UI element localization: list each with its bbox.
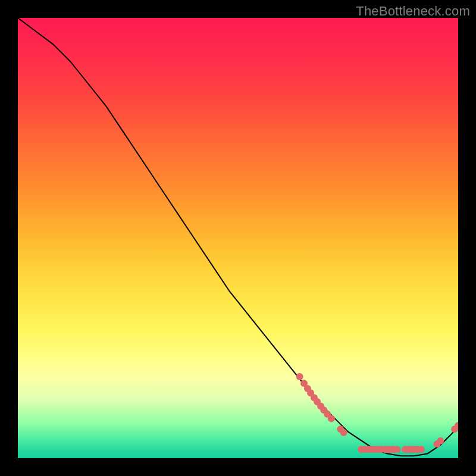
data-point: [328, 415, 335, 422]
plot-area: [18, 18, 458, 458]
data-point: [437, 437, 444, 444]
data-point: [296, 373, 303, 380]
data-point: [393, 446, 400, 453]
chart-stage: TheBottleneck.com: [0, 0, 476, 476]
attribution-watermark: TheBottleneck.com: [356, 4, 470, 19]
chart-svg-overlay: [18, 18, 458, 458]
data-point: [418, 446, 425, 453]
data-markers: [296, 373, 458, 453]
bottleneck-curve: [18, 18, 458, 456]
data-point: [340, 429, 347, 436]
